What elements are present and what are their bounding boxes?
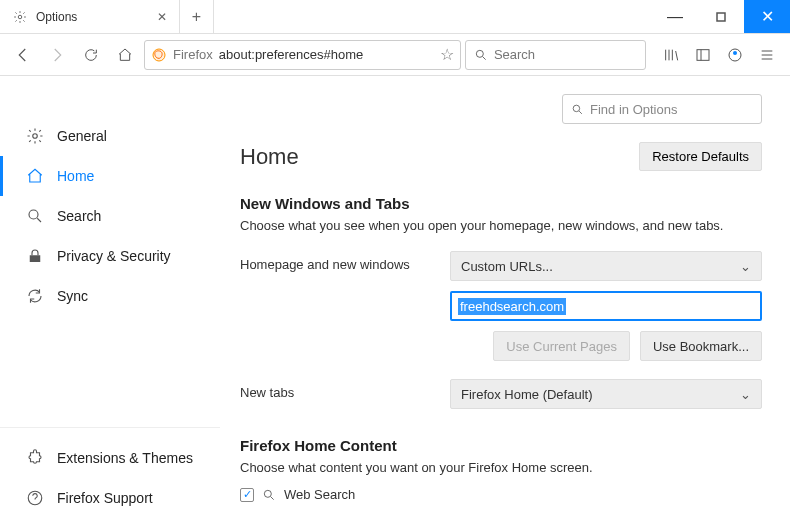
bookmark-star-icon[interactable]: ☆ xyxy=(440,45,454,64)
nav-toolbar: Firefox about:preferences#home ☆ Search xyxy=(0,34,790,76)
close-icon[interactable]: ✕ xyxy=(157,10,167,24)
svg-point-3 xyxy=(476,50,483,57)
search-bar[interactable]: Search xyxy=(465,40,646,70)
page-title: Home xyxy=(240,144,299,170)
find-placeholder: Find in Options xyxy=(590,102,677,117)
sidebar-item-extensions[interactable]: Extensions & Themes xyxy=(0,438,220,478)
chevron-down-icon: ⌄ xyxy=(740,387,751,402)
svg-point-7 xyxy=(33,134,38,139)
reload-button[interactable] xyxy=(76,40,106,70)
newtabs-select[interactable]: Firefox Home (Default) ⌄ xyxy=(450,379,762,409)
home-button[interactable] xyxy=(110,40,140,70)
gear-icon xyxy=(12,9,28,25)
library-button[interactable] xyxy=(656,40,686,70)
button-label: Use Bookmark... xyxy=(653,339,749,354)
tab-title: Options xyxy=(36,10,77,24)
restore-defaults-button[interactable]: Restore Defaults xyxy=(639,142,762,171)
lock-icon xyxy=(25,246,45,266)
window-controls: — ✕ xyxy=(652,0,790,33)
sidebar-item-support[interactable]: Firefox Support xyxy=(0,478,220,518)
select-value: Custom URLs... xyxy=(461,259,553,274)
section2-desc: Choose what content you want on your Fir… xyxy=(240,460,762,475)
homepage-url-input[interactable]: freehdsearch.com xyxy=(450,291,762,321)
account-button[interactable] xyxy=(720,40,750,70)
chevron-down-icon: ⌄ xyxy=(740,259,751,274)
svg-point-8 xyxy=(29,210,38,219)
sidebar-button[interactable] xyxy=(688,40,718,70)
sidebar-item-label: Extensions & Themes xyxy=(57,450,193,466)
homepage-label: Homepage and new windows xyxy=(240,251,450,361)
tab-options[interactable]: Options ✕ xyxy=(0,0,180,33)
sidebar-item-label: Sync xyxy=(57,288,88,304)
sidebar-item-search[interactable]: Search xyxy=(0,196,220,236)
sidebar-item-label: Firefox Support xyxy=(57,490,153,506)
firefox-icon xyxy=(151,47,167,63)
sidebar-item-privacy[interactable]: Privacy & Security xyxy=(0,236,220,276)
url-bar[interactable]: Firefox about:preferences#home ☆ xyxy=(144,40,461,70)
section-desc: Choose what you see when you open your h… xyxy=(240,218,762,233)
close-window-button[interactable]: ✕ xyxy=(744,0,790,33)
svg-rect-4 xyxy=(697,49,709,60)
button-label: Use Current Pages xyxy=(506,339,617,354)
websearch-checkbox[interactable]: ✓ xyxy=(240,488,254,502)
search-icon xyxy=(571,103,584,116)
identity-label: Firefox xyxy=(173,47,213,62)
minimize-button[interactable]: — xyxy=(652,0,698,33)
titlebar: Options ✕ + — ✕ xyxy=(0,0,790,34)
home-icon xyxy=(25,166,45,186)
sidebar-item-label: Search xyxy=(57,208,101,224)
section-firefox-home-content: Firefox Home Content xyxy=(240,437,762,454)
menu-button[interactable] xyxy=(752,40,782,70)
sidebar-item-label: Home xyxy=(57,168,94,184)
back-button[interactable] xyxy=(8,40,38,70)
sync-icon xyxy=(25,286,45,306)
newtabs-label: New tabs xyxy=(240,379,450,409)
websearch-label: Web Search xyxy=(284,487,355,502)
homepage-select[interactable]: Custom URLs... ⌄ xyxy=(450,251,762,281)
gear-icon xyxy=(25,126,45,146)
sidebar-item-label: General xyxy=(57,128,107,144)
svg-rect-9 xyxy=(30,255,41,262)
svg-point-6 xyxy=(733,51,737,55)
search-icon xyxy=(474,48,488,62)
new-tab-button[interactable]: + xyxy=(180,0,214,33)
section-new-windows-tabs: New Windows and Tabs xyxy=(240,195,762,212)
search-placeholder: Search xyxy=(494,47,535,62)
search-icon xyxy=(25,206,45,226)
homepage-url-value: freehdsearch.com xyxy=(458,298,566,315)
find-in-options[interactable]: Find in Options xyxy=(562,94,762,124)
help-icon xyxy=(25,488,45,508)
main-panel: Find in Options Home Restore Defaults Ne… xyxy=(220,76,790,528)
sidebar: General Home Search Privacy & Security xyxy=(0,76,220,528)
puzzle-icon xyxy=(25,448,45,468)
url-text: about:preferences#home xyxy=(219,47,364,62)
use-bookmark-button[interactable]: Use Bookmark... xyxy=(640,331,762,361)
svg-point-12 xyxy=(264,490,271,497)
forward-button xyxy=(42,40,72,70)
sidebar-item-sync[interactable]: Sync xyxy=(0,276,220,316)
sidebar-item-label: Privacy & Security xyxy=(57,248,171,264)
svg-point-0 xyxy=(18,15,22,19)
svg-rect-1 xyxy=(717,13,725,21)
sidebar-item-general[interactable]: General xyxy=(0,116,220,156)
svg-point-11 xyxy=(573,105,580,112)
search-icon xyxy=(262,488,276,502)
use-current-pages-button: Use Current Pages xyxy=(493,331,630,361)
maximize-button[interactable] xyxy=(698,0,744,33)
select-value: Firefox Home (Default) xyxy=(461,387,592,402)
sidebar-item-home[interactable]: Home xyxy=(0,156,220,196)
